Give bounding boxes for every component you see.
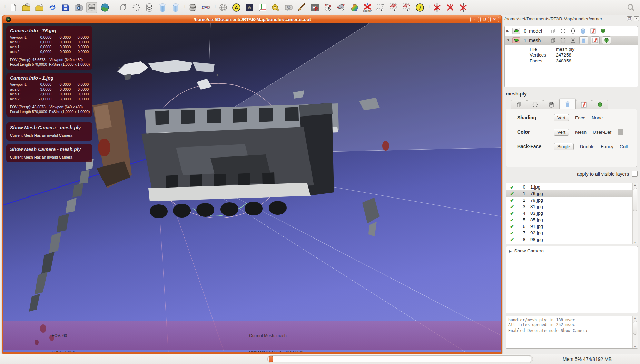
shading-vert-button[interactable]: Vert [554, 114, 569, 121]
wireframe-icon[interactable] [569, 27, 577, 35]
apply-all-layers-checkbox[interactable] [632, 171, 638, 177]
scroll-down-icon[interactable]: ▼ [634, 345, 636, 348]
bbox-icon[interactable] [549, 37, 557, 44]
toolbar-grip[interactable]: ⋮⋮ [183, 5, 185, 10]
color-mesh-option[interactable]: Mesh [575, 130, 587, 135]
info-icon[interactable]: i [414, 2, 425, 13]
quality-mapper-icon[interactable]: PP [309, 2, 321, 13]
smooth-shading-icon[interactable] [579, 36, 588, 44]
ambient-occlusion-icon[interactable]: A [231, 2, 242, 13]
raster-row[interactable]: 483.jpg [506, 210, 632, 216]
raster-row[interactable]: 176.jpg [506, 190, 632, 197]
dock-close-icon[interactable]: ✕ [634, 16, 639, 21]
delete-selected-faces-icon[interactable] [458, 2, 469, 13]
show-layer-dialog-icon[interactable] [86, 2, 97, 13]
tab-points[interactable] [527, 100, 543, 109]
restore-button[interactable]: ❐ [480, 17, 489, 22]
backface-cull-option[interactable]: Cull [620, 144, 628, 149]
expand-icon[interactable]: ▶ [509, 249, 512, 253]
toolbar-grip[interactable]: ⋮⋮ [427, 5, 430, 10]
collapse-icon[interactable]: ▼ [506, 38, 510, 42]
scroll-down-icon[interactable]: ▼ [634, 241, 636, 243]
toolbar-grip[interactable]: ⋮⋮ [214, 5, 216, 10]
select-faces-icon[interactable] [388, 2, 399, 13]
raster-row[interactable]: 898.jpg [506, 236, 632, 243]
scroll-up-icon[interactable]: ▲ [634, 317, 636, 319]
raster-row[interactable]: 9101.jpg [506, 243, 632, 244]
scrollbar-thumb[interactable] [633, 321, 637, 335]
smooth-shading-icon[interactable] [579, 27, 587, 35]
raster-align-icon[interactable]: Raster [283, 2, 294, 13]
minimize-button[interactable]: – [470, 17, 479, 22]
raster-row[interactable]: 279.jpg [506, 197, 632, 203]
point-picking-icon[interactable] [323, 2, 334, 13]
backface-double-option[interactable]: Double [580, 144, 595, 149]
window-titlebar[interactable]: /home/stef/Documents/RTAB-Map/bundler/ca… [3, 15, 501, 23]
globe-icon[interactable] [218, 2, 229, 13]
new-file-icon[interactable] [8, 2, 19, 13]
userdef-color-swatch[interactable] [618, 129, 623, 135]
layers-stack-icon[interactable] [187, 2, 198, 13]
shading-none-option[interactable]: None [592, 115, 603, 120]
points-icon[interactable] [559, 37, 567, 44]
trackball-axes-icon[interactable] [200, 2, 211, 13]
radiance-scaling-icon[interactable] [244, 2, 255, 13]
backface-fancy-option[interactable]: Fancy [601, 144, 613, 149]
toolbar-grip[interactable]: ⋮⋮ [3, 5, 6, 10]
draw-points-icon[interactable] [131, 2, 142, 13]
measure-tape-icon[interactable] [270, 2, 281, 13]
shading-face-option[interactable]: Face [575, 115, 585, 120]
close-button[interactable]: ✕ [490, 17, 499, 22]
tab-texture[interactable] [592, 100, 608, 109]
3d-viewport[interactable]: FOV: 60 FPS: 172.4 BO_RENDERING Current … [3, 23, 501, 352]
visibility-eye-icon[interactable] [512, 37, 520, 43]
tab-shading[interactable] [559, 99, 576, 109]
reload-icon[interactable] [47, 2, 58, 13]
visibility-eye-icon[interactable] [512, 28, 520, 34]
wireframe-icon[interactable] [569, 37, 577, 44]
smooth-shading-icon[interactable] [157, 2, 168, 13]
scrollbar-thumb[interactable] [633, 188, 637, 211]
bbox-icon[interactable] [549, 27, 557, 35]
import-mesh-icon[interactable] [21, 2, 32, 13]
select-rect-icon[interactable] [375, 2, 386, 13]
dock-float-icon[interactable]: ❐ [627, 16, 632, 21]
tab-backface[interactable] [575, 100, 592, 109]
draw-wireframe-icon[interactable] [144, 2, 155, 13]
colorize-mesh-icon[interactable] [349, 2, 360, 13]
raster-row[interactable]: 792.jpg [506, 230, 632, 236]
open-project-icon[interactable] [34, 2, 45, 13]
color-vert-button[interactable]: Vert [554, 129, 569, 136]
delete-faces-icon[interactable] [445, 2, 456, 13]
log-scrollbar[interactable]: ▲ ▼ [632, 316, 638, 348]
backface-icon[interactable] [591, 36, 600, 44]
export-web-icon[interactable] [99, 2, 110, 13]
texture-icon[interactable] [599, 27, 607, 35]
deselect-faces-icon[interactable] [401, 2, 412, 13]
tab-bbox[interactable] [511, 100, 527, 109]
scroll-up-icon[interactable]: ▲ [634, 184, 636, 186]
raster-row[interactable]: 691.jpg [506, 223, 632, 230]
georef-icon[interactable]: GEOREF [362, 2, 373, 13]
z-painting-icon[interactable] [296, 2, 307, 13]
backface-icon[interactable] [589, 27, 597, 35]
layer-row-model[interactable]: ▶ 0 model [505, 26, 638, 36]
raster-row[interactable]: 381.jpg [506, 203, 632, 210]
backface-single-button[interactable]: Single [554, 143, 574, 150]
axes-widget-icon[interactable] [257, 2, 268, 13]
save-icon[interactable] [60, 2, 71, 13]
snapshot-icon[interactable] [73, 2, 84, 13]
points-icon[interactable] [559, 27, 567, 35]
expand-icon[interactable]: ▶ [506, 29, 510, 33]
raster-list-scrollbar[interactable]: ▲ ▼ [632, 183, 638, 244]
flat-shading-icon[interactable] [170, 2, 181, 13]
search-icon[interactable] [626, 2, 637, 13]
texture-icon[interactable] [602, 36, 611, 44]
raster-row[interactable]: 585.jpg [506, 216, 632, 223]
color-userdef-option[interactable]: User-Def [593, 130, 611, 135]
show-camera-label[interactable]: Show Camera [514, 248, 544, 253]
tab-wireframe[interactable] [543, 100, 560, 109]
ellipse-picking-icon[interactable] [336, 2, 347, 13]
raster-row[interactable]: 01.jpg [506, 184, 632, 190]
draw-bbox-icon[interactable] [118, 2, 129, 13]
